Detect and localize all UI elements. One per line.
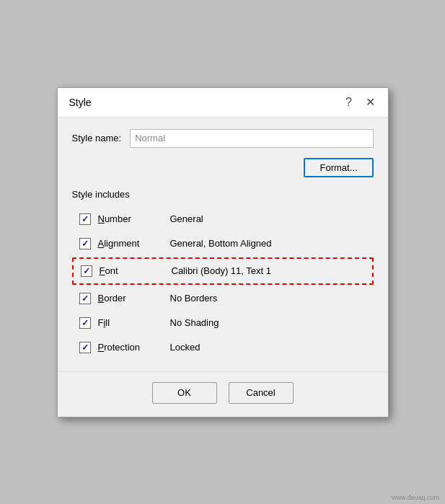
protection-underline-char: P: [98, 342, 105, 353]
format-btn-row: Format...: [72, 158, 374, 177]
fill-label: Fill: [98, 317, 170, 328]
list-item: Protection Locked: [72, 335, 374, 360]
protection-label: Protection: [98, 342, 170, 353]
protection-checkbox-wrapper[interactable]: [78, 340, 92, 355]
title-bar-left: Style: [69, 97, 92, 108]
list-item: Fill No Shading: [72, 311, 374, 335]
alignment-label: Alignment: [98, 238, 170, 249]
border-label: Border: [98, 293, 170, 304]
alignment-checkbox-wrapper[interactable]: [78, 236, 92, 251]
font-label: Font: [100, 265, 172, 276]
number-underline-char: N: [98, 213, 105, 224]
dialog-body: Style name: Format... Style includes Num…: [58, 118, 388, 371]
title-bar: Style ? ✕: [58, 88, 388, 118]
font-list-item: Font Calibri (Body) 11, Text 1: [72, 257, 374, 285]
number-value: General: [170, 213, 203, 224]
list-item: Number General: [72, 207, 374, 231]
alignment-value: General, Bottom Aligned: [170, 238, 272, 249]
number-label: Number: [98, 213, 170, 224]
number-checkbox[interactable]: [79, 213, 91, 225]
style-name-row: Style name:: [72, 129, 374, 148]
list-item: Alignment General, Bottom Aligned: [72, 231, 374, 256]
help-button[interactable]: ?: [340, 94, 358, 111]
protection-value: Locked: [170, 342, 201, 353]
close-button[interactable]: ✕: [362, 94, 379, 111]
dialog-title: Style: [69, 97, 92, 108]
font-underline-char: F: [100, 265, 105, 276]
ok-button[interactable]: OK: [152, 382, 217, 404]
style-includes-list: Number General Alignment General, Bottom…: [72, 207, 374, 360]
format-button[interactable]: Format...: [304, 158, 373, 177]
style-name-input[interactable]: [130, 129, 373, 148]
list-item: Border No Borders: [72, 286, 374, 311]
font-checkbox[interactable]: [81, 265, 92, 277]
alignment-underline-char: A: [98, 238, 105, 249]
number-checkbox-wrapper[interactable]: [78, 212, 92, 226]
cancel-button[interactable]: Cancel: [229, 382, 294, 404]
alignment-checkbox[interactable]: [79, 238, 91, 249]
border-underline-char: B: [98, 293, 105, 304]
border-checkbox-wrapper[interactable]: [78, 291, 92, 306]
title-bar-right: ? ✕: [340, 94, 379, 111]
font-value: Calibri (Body) 11, Text 1: [172, 265, 272, 276]
fill-checkbox[interactable]: [79, 317, 91, 329]
border-value: No Borders: [170, 293, 218, 304]
style-includes-title: Style includes: [72, 189, 374, 200]
watermark: www.deuaq.com: [392, 494, 439, 501]
style-dialog: Style ? ✕ Style name: Format... Style in…: [57, 87, 389, 417]
font-checkbox-wrapper[interactable]: [79, 264, 94, 278]
dialog-footer: OK Cancel: [58, 371, 388, 417]
style-name-label: Style name:: [72, 133, 122, 143]
protection-checkbox[interactable]: [79, 342, 91, 353]
fill-underline-char: i: [103, 317, 105, 328]
border-checkbox[interactable]: [79, 293, 91, 304]
fill-value: No Shading: [170, 317, 219, 328]
fill-checkbox-wrapper[interactable]: [78, 316, 92, 330]
